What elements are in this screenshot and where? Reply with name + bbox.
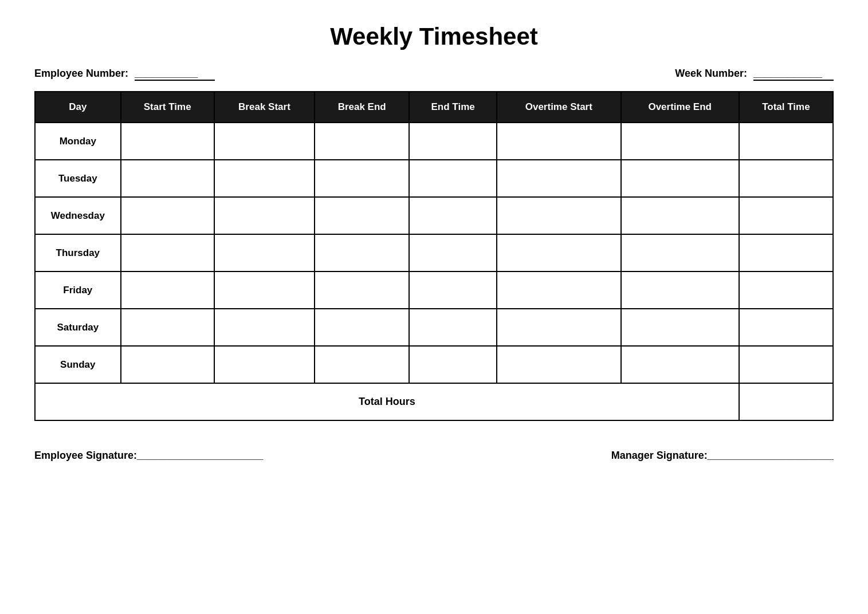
time-cell[interactable]: [409, 346, 497, 383]
employee-signature-label: Employee Signature:_____________________…: [34, 450, 263, 461]
time-cell[interactable]: [739, 346, 833, 383]
week-number-value: ____________: [753, 68, 834, 81]
table-row: Saturday: [35, 309, 833, 346]
time-cell[interactable]: [739, 123, 833, 160]
time-cell[interactable]: [214, 271, 315, 309]
day-cell: Thursday: [35, 234, 121, 271]
header-cell: Overtime End: [621, 92, 739, 123]
table-body: MondayTuesdayWednesdayThursdayFridaySatu…: [35, 123, 833, 420]
time-cell[interactable]: [621, 234, 739, 271]
time-cell[interactable]: [497, 197, 621, 234]
signatures-row: Employee Signature:_____________________…: [34, 450, 834, 462]
week-number-label: Week Number:: [675, 68, 747, 79]
time-cell[interactable]: [121, 309, 214, 346]
header-cell: Day: [35, 92, 121, 123]
time-cell[interactable]: [497, 309, 621, 346]
time-cell[interactable]: [409, 123, 497, 160]
timesheet-table: DayStart TimeBreak StartBreak EndEnd Tim…: [34, 91, 834, 421]
time-cell[interactable]: [409, 197, 497, 234]
total-hours-value[interactable]: [739, 383, 833, 420]
table-row: Sunday: [35, 346, 833, 383]
table-header: DayStart TimeBreak StartBreak EndEnd Tim…: [35, 92, 833, 123]
time-cell[interactable]: [409, 160, 497, 197]
page-title: Weekly Timesheet: [34, 23, 834, 50]
time-cell[interactable]: [739, 160, 833, 197]
employee-number-value: ___________: [135, 68, 215, 81]
time-cell[interactable]: [409, 309, 497, 346]
time-cell[interactable]: [739, 234, 833, 271]
time-cell[interactable]: [621, 346, 739, 383]
time-cell[interactable]: [121, 271, 214, 309]
manager-signature: Manager Signature:______________________: [611, 450, 834, 462]
header-row: DayStart TimeBreak StartBreak EndEnd Tim…: [35, 92, 833, 123]
time-cell[interactable]: [409, 271, 497, 309]
time-cell[interactable]: [409, 234, 497, 271]
time-cell[interactable]: [315, 309, 409, 346]
time-cell[interactable]: [497, 234, 621, 271]
employee-number-label: Employee Number:: [34, 68, 128, 79]
table-row: Wednesday: [35, 197, 833, 234]
time-cell[interactable]: [121, 160, 214, 197]
manager-signature-label: Manager Signature:______________________: [611, 450, 834, 461]
meta-row: Employee Number: ___________ Week Number…: [34, 68, 834, 81]
total-hours-row: Total Hours: [35, 383, 833, 420]
header-cell: Overtime Start: [497, 92, 621, 123]
time-cell[interactable]: [497, 271, 621, 309]
time-cell[interactable]: [315, 123, 409, 160]
time-cell[interactable]: [497, 160, 621, 197]
header-cell: Break End: [315, 92, 409, 123]
time-cell[interactable]: [621, 197, 739, 234]
day-cell: Monday: [35, 123, 121, 160]
time-cell[interactable]: [121, 123, 214, 160]
time-cell[interactable]: [214, 346, 315, 383]
header-cell: Total Time: [739, 92, 833, 123]
time-cell[interactable]: [621, 160, 739, 197]
time-cell[interactable]: [214, 160, 315, 197]
time-cell[interactable]: [315, 346, 409, 383]
header-cell: End Time: [409, 92, 497, 123]
time-cell[interactable]: [214, 309, 315, 346]
day-cell: Friday: [35, 271, 121, 309]
time-cell[interactable]: [497, 123, 621, 160]
table-row: Friday: [35, 271, 833, 309]
time-cell[interactable]: [214, 197, 315, 234]
time-cell[interactable]: [315, 197, 409, 234]
time-cell[interactable]: [621, 309, 739, 346]
employee-number-field: Employee Number: ___________: [34, 68, 215, 81]
day-cell: Wednesday: [35, 197, 121, 234]
week-number-field: Week Number: ____________: [675, 68, 834, 81]
day-cell: Sunday: [35, 346, 121, 383]
day-cell: Saturday: [35, 309, 121, 346]
total-hours-label: Total Hours: [35, 383, 739, 420]
time-cell[interactable]: [739, 197, 833, 234]
table-row: Tuesday: [35, 160, 833, 197]
time-cell[interactable]: [121, 346, 214, 383]
time-cell[interactable]: [121, 197, 214, 234]
time-cell[interactable]: [739, 309, 833, 346]
time-cell[interactable]: [121, 234, 214, 271]
time-cell[interactable]: [497, 346, 621, 383]
day-cell: Tuesday: [35, 160, 121, 197]
header-cell: Start Time: [121, 92, 214, 123]
header-cell: Break Start: [214, 92, 315, 123]
table-row: Thursday: [35, 234, 833, 271]
time-cell[interactable]: [315, 160, 409, 197]
time-cell[interactable]: [214, 123, 315, 160]
time-cell[interactable]: [621, 123, 739, 160]
table-row: Monday: [35, 123, 833, 160]
employee-signature: Employee Signature:_____________________…: [34, 450, 263, 462]
time-cell[interactable]: [315, 234, 409, 271]
time-cell[interactable]: [315, 271, 409, 309]
time-cell[interactable]: [739, 271, 833, 309]
time-cell[interactable]: [214, 234, 315, 271]
time-cell[interactable]: [621, 271, 739, 309]
